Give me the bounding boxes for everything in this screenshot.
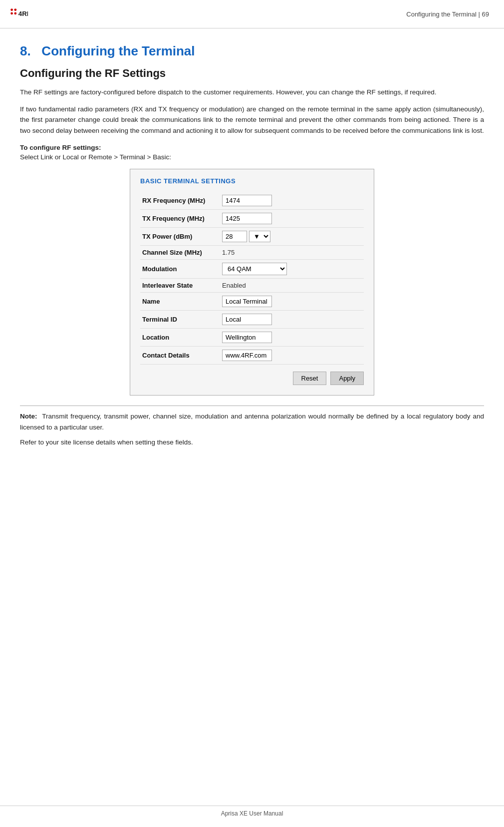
note-text-1: Note: Transmit frequency, transmit power… [20, 411, 484, 432]
table-row: Interleaver State Enabled [140, 279, 364, 293]
logo-area: 4RF [10, 5, 28, 23]
page-header: 4RF Configuring the Terminal | 69 [0, 0, 504, 28]
field-label: Name [140, 293, 220, 311]
field-value: Enabled [220, 279, 364, 293]
reset-button[interactable]: Reset [293, 372, 327, 385]
tx-power-input[interactable] [222, 231, 247, 242]
field-label: TX Power (dBm) [140, 228, 220, 246]
instruction-label: To configure RF settings: [20, 144, 484, 151]
body-para-2: If two fundamental radio parameters (RX … [20, 104, 484, 136]
buttons-row: Reset Apply [140, 372, 364, 385]
field-label: Terminal ID [140, 311, 220, 329]
field-value: 1.75 [220, 246, 364, 260]
channel-size-value: 1.75 [222, 249, 235, 256]
location-input[interactable] [222, 332, 272, 343]
field-label: Location [140, 329, 220, 347]
settings-table: RX Frequency (MHz) TX Frequency (MHz) [140, 192, 364, 365]
note-body-1: Transmit frequency, transmit power, chan… [20, 413, 484, 431]
table-row: Contact Details [140, 347, 364, 365]
svg-point-2 [10, 12, 13, 14]
body-para-1: The RF settings are factory-configured b… [20, 87, 484, 98]
note-text-2: Refer to your site license details when … [20, 437, 484, 448]
note-section: Note: Transmit frequency, transmit power… [20, 406, 484, 447]
logo-icon: 4RF [10, 5, 28, 23]
footer-text: Aprisa XE User Manual [221, 810, 283, 817]
interleaver-state-value: Enabled [222, 282, 246, 289]
settings-panel-wrapper: BASIC TERMINAL SETTINGS RX Frequency (MH… [20, 169, 484, 396]
field-label: Contact Details [140, 347, 220, 365]
tx-frequency-input[interactable] [222, 213, 272, 224]
instruction-text: Select Link or Local or Remote > Termina… [20, 153, 484, 161]
table-row: Name [140, 293, 364, 311]
table-row: Channel Size (MHz) 1.75 [140, 246, 364, 260]
svg-point-0 [10, 8, 13, 11]
field-value [220, 293, 364, 311]
field-value [220, 210, 364, 228]
svg-text:4RF: 4RF [18, 10, 28, 17]
settings-panel: BASIC TERMINAL SETTINGS RX Frequency (MH… [130, 169, 374, 396]
header-title: Configuring the Terminal | 69 [406, 10, 489, 18]
apply-button[interactable]: Apply [330, 372, 364, 385]
settings-panel-title: BASIC TERMINAL SETTINGS [140, 177, 364, 185]
field-value [220, 311, 364, 329]
svg-point-1 [14, 8, 16, 11]
table-row: TX Frequency (MHz) [140, 210, 364, 228]
section-heading: Configuring the RF Settings [20, 67, 484, 80]
field-value [220, 329, 364, 347]
name-input[interactable] [222, 296, 272, 307]
note-label: Note: [20, 413, 37, 420]
main-content: 8. Configuring the Terminal Configuring … [0, 28, 504, 481]
chapter-heading: 8. Configuring the Terminal [20, 43, 484, 59]
svg-point-3 [14, 12, 16, 14]
tx-power-select[interactable]: ▼ [249, 231, 270, 242]
tx-power-control: ▼ [222, 231, 362, 242]
field-label: Interleaver State [140, 279, 220, 293]
field-label: TX Frequency (MHz) [140, 210, 220, 228]
field-label: Channel Size (MHz) [140, 246, 220, 260]
field-value [220, 347, 364, 365]
field-value: ▼ [220, 228, 364, 246]
table-row: RX Frequency (MHz) [140, 192, 364, 210]
table-row: Modulation 64 QAM 32 QAM 16 QAM QPSK [140, 260, 364, 279]
table-row: Terminal ID [140, 311, 364, 329]
terminal-id-input[interactable] [222, 314, 272, 325]
field-label: RX Frequency (MHz) [140, 192, 220, 210]
field-value: 64 QAM 32 QAM 16 QAM QPSK [220, 260, 364, 279]
page-footer: Aprisa XE User Manual [0, 806, 504, 817]
field-value [220, 192, 364, 210]
field-label: Modulation [140, 260, 220, 279]
contact-details-input[interactable] [222, 350, 272, 361]
modulation-select[interactable]: 64 QAM 32 QAM 16 QAM QPSK [222, 263, 287, 275]
table-row: TX Power (dBm) ▼ [140, 228, 364, 246]
table-row: Location [140, 329, 364, 347]
rx-frequency-input[interactable] [222, 195, 272, 206]
